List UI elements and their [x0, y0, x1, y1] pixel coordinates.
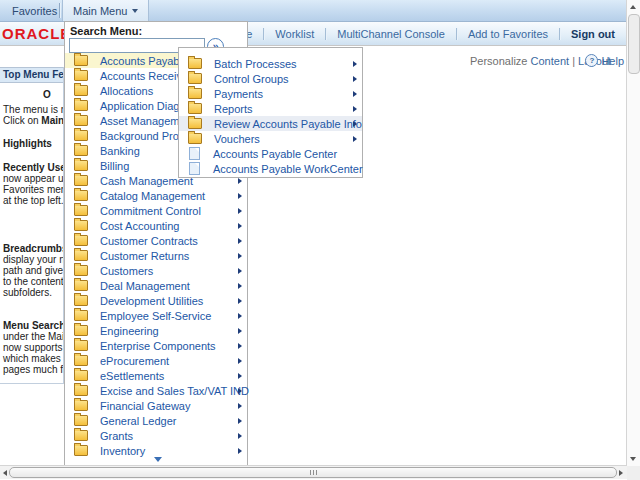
menu-item[interactable]: General Ledger: [65, 413, 247, 428]
folder-icon: [74, 355, 88, 366]
submenu-item-label: Accounts Payable Center: [213, 148, 337, 160]
breadcrumbs-heading: Breadcrumbs: [3, 243, 63, 254]
oracle-logo: ORACLE: [2, 25, 71, 42]
submenu-item[interactable]: Accounts Payable WorkCenter: [179, 161, 362, 176]
chevron-right-icon: [238, 178, 242, 184]
multichannel-console-link[interactable]: MultiChannel Console: [325, 28, 456, 40]
submenu-item-label: Payments: [214, 88, 263, 100]
chevron-right-icon: [353, 61, 357, 67]
menu-item[interactable]: eSettlements: [65, 368, 247, 383]
menu-item[interactable]: Development Utilities: [65, 293, 247, 308]
folder-icon: [188, 133, 202, 144]
sign-out-link[interactable]: Sign out: [559, 28, 626, 40]
chevron-right-icon: [238, 208, 242, 214]
folder-icon: [74, 400, 88, 411]
chevron-right-icon: [238, 313, 242, 319]
menu-item[interactable]: Customer Contracts: [65, 233, 247, 248]
folder-icon: [74, 385, 88, 396]
pagelet-text-fragment: Click on: [3, 115, 41, 126]
peoplesoft-window: Favorites Main Menu ORACLE Home Worklist…: [0, 0, 640, 480]
folder-icon: [74, 160, 88, 171]
top-menu-bar: Favorites Main Menu: [0, 0, 640, 22]
menu-item[interactable]: Financial Gateway: [65, 398, 247, 413]
help-icon: ?: [585, 54, 598, 67]
add-to-favorites-link[interactable]: Add to Favorites: [456, 28, 559, 40]
pagelet-text-line: now supports t: [3, 342, 63, 353]
chevron-right-icon: [353, 106, 357, 112]
menu-item-label: Commitment Control: [100, 205, 201, 217]
pagelet-header: Top Menu Featu: [0, 67, 63, 83]
chevron-right-icon: [238, 418, 242, 424]
pagelet-text-line: to the contents: [3, 276, 63, 287]
menu-item-label: Allocations: [100, 85, 153, 97]
scrollbar-right-icon[interactable]: [619, 470, 623, 476]
menu-item-label: Customers: [100, 265, 153, 277]
submenu-item[interactable]: Accounts Payable Center: [179, 146, 362, 161]
folder-icon: [74, 250, 88, 261]
submenu-item[interactable]: Vouchers: [179, 131, 362, 146]
folder-icon: [74, 115, 88, 126]
scrollbar-left-icon[interactable]: [3, 470, 7, 476]
menu-item[interactable]: Deal Management: [65, 278, 247, 293]
folder-icon: [188, 58, 202, 69]
menu-item[interactable]: Employee Self-Service: [65, 308, 247, 323]
pagelet-heading: O: [43, 89, 63, 100]
horizontal-scrollbar-thumb[interactable]: [9, 467, 617, 478]
menu-item[interactable]: Grants: [65, 428, 247, 443]
scrollbar-up-icon[interactable]: [630, 5, 636, 9]
menu-item-label: Billing: [100, 160, 129, 172]
vertical-scrollbar-thumb[interactable]: [628, 14, 640, 74]
folder-icon: [74, 100, 88, 111]
pagelet-text-line: now appear und: [3, 173, 63, 184]
chevron-right-icon: [238, 328, 242, 334]
pagelet-text-line: Favorites menu: [3, 184, 63, 195]
folder-icon: [74, 265, 88, 276]
menu-item[interactable]: Catalog Management: [65, 188, 247, 203]
menu-item[interactable]: Commitment Control: [65, 203, 247, 218]
menu-item[interactable]: eProcurement: [65, 353, 247, 368]
chevron-right-icon: [238, 193, 242, 199]
page-icon: [189, 162, 200, 175]
worklist-link[interactable]: Worklist: [263, 28, 325, 40]
menu-search-heading: Menu Search,: [3, 320, 63, 331]
folder-icon: [188, 118, 202, 129]
personalize-content-link[interactable]: Content: [531, 55, 570, 67]
help-link[interactable]: ? Help: [585, 54, 624, 67]
vertical-scrollbar[interactable]: [626, 0, 640, 466]
menu-item[interactable]: Customers: [65, 263, 247, 278]
chevron-right-icon: [238, 448, 242, 454]
favorites-label: Favorites: [12, 5, 57, 17]
pagelet-text-line: display your na: [3, 254, 63, 265]
chevron-right-icon: [238, 283, 242, 289]
menu-item[interactable]: Enterprise Components: [65, 338, 247, 353]
menu-item[interactable]: Cost Accounting: [65, 218, 247, 233]
personalize-prefix: Personalize: [470, 55, 527, 67]
submenu-item[interactable]: Payments: [179, 86, 362, 101]
main-menu-tab[interactable]: Main Menu: [62, 0, 149, 21]
pagelet-text-line: subfolders.: [3, 287, 63, 298]
folder-icon: [74, 430, 88, 441]
folder-icon: [74, 175, 88, 186]
menu-item-label: Accounts Payable: [100, 55, 188, 67]
header-links: Home Worklist MultiChannel Console Add t…: [212, 22, 626, 45]
folder-icon: [74, 415, 88, 426]
menu-item-label: Grants: [100, 430, 133, 442]
submenu-item[interactable]: Control Groups: [179, 71, 362, 86]
folder-icon: [188, 88, 202, 99]
menu-item[interactable]: Customer Returns: [65, 248, 247, 263]
horizontal-scrollbar[interactable]: [0, 465, 627, 479]
folder-icon: [74, 295, 88, 306]
submenu-item[interactable]: Batch Processes: [179, 56, 362, 71]
chevron-right-icon: [238, 388, 242, 394]
menu-item-label: Inventory: [100, 445, 145, 457]
submenu-item[interactable]: Review Accounts Payable Info: [179, 116, 362, 131]
scrollbar-down-icon[interactable]: [630, 457, 636, 461]
menu-item[interactable]: Excise and Sales Tax/VAT IND: [65, 383, 247, 398]
chevron-right-icon: [353, 136, 357, 142]
menu-scroll-down-icon[interactable]: [154, 457, 162, 462]
menu-item[interactable]: Inventory: [65, 443, 247, 458]
submenu-item-label: Vouchers: [214, 133, 260, 145]
menu-item[interactable]: Engineering: [65, 323, 247, 338]
folder-icon: [188, 103, 202, 114]
submenu-item[interactable]: Reports: [179, 101, 362, 116]
